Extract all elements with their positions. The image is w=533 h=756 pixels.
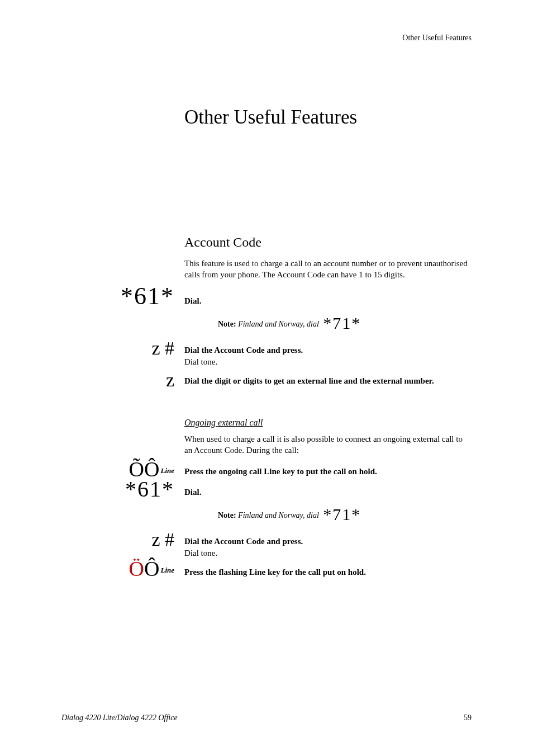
line-key-label: Line [160,566,174,574]
step-row: z # Dial the Account Code and press. Dia… [61,530,472,559]
step-bold: Dial the Account Code and press. [184,537,303,546]
line-key-glyphs: ÖÔLine [61,559,174,579]
section-heading: Account Code [184,235,472,250]
note-code: *71* [323,505,361,523]
step-right: Dial the Account Code and press. Dial to… [184,530,472,559]
step-row: ÖÔLine Press the flashing Line key for t… [61,559,472,579]
page-footer: Dialog 4220 Lite/Dialog 4222 Office 59 [61,714,472,722]
step-left: ÕÔLine *61* [61,459,184,499]
line-key-char-red: Ö [129,557,144,580]
dial-code: z # [151,529,174,550]
note-label: Note: [218,511,236,519]
step-bold: Dial the digit or digits to get an exter… [184,376,434,385]
step-rest: Dial tone. [184,357,217,366]
step-left: z [61,371,184,390]
step-row: z Dial the digit or digits to get an ext… [61,371,472,390]
step-row: z # Dial the Account Code and press. Dia… [61,339,472,367]
subsection-heading: Ongoing external call [184,418,472,428]
section-intro: This feature is used to charge a call to… [184,258,472,281]
step-note: Note: Finland and Norway, dial *71* [218,503,472,526]
step-left: *61* [61,284,184,309]
line-key-char: Ô [144,557,159,580]
page-number: 59 [464,714,472,722]
line-key-label: Line [160,466,174,475]
note-code: *71* [323,314,361,332]
step-row: ÕÔLine *61* Press the ongoing call Line … [61,459,472,526]
step-bold: Press the flashing Line key for the call… [184,568,366,577]
step-left: z # [61,530,184,549]
dial-code: *61* [121,282,174,310]
step-right: Dial the digit or digits to get an exter… [184,371,472,386]
step-rest: Dial tone. [184,549,217,557]
note-label: Note: [218,320,236,328]
step-bold: Press the ongoing call Line key to put t… [184,466,472,477]
step-bold: Dial the Account Code and press. [184,346,303,355]
step-right: Press the ongoing call Line key to put t… [184,459,472,526]
note-text: Finland and Norway, dial [236,511,319,519]
step-row: *61* Dial. Note: Finland and Norway, dia… [61,284,472,335]
step-right: Press the flashing Line key for the call… [184,559,472,578]
dial-code: *61* [61,479,174,499]
page: Other Useful Features Other Useful Featu… [0,0,533,756]
step-note: Note: Finland and Norway, dial *71* [218,312,472,335]
dial-code: z [166,370,174,390]
step-bold: Dial. [184,296,201,305]
dial-code: z # [151,338,174,358]
page-title: Other Useful Features [184,106,472,129]
note-text: Finland and Norway, dial [236,320,319,328]
step-left: ÖÔLine [61,559,184,579]
step-right: Dial the Account Code and press. Dial to… [184,339,472,367]
step-left: z # [61,339,184,358]
running-header: Other Useful Features [402,34,472,42]
subsection-intro: When used to charge a call it is also po… [184,433,472,456]
step-bold: Dial. [184,486,472,498]
step-right: Dial. Note: Finland and Norway, dial *71… [184,284,472,335]
footer-left: Dialog 4220 Lite/Dialog 4222 Office [61,714,178,722]
